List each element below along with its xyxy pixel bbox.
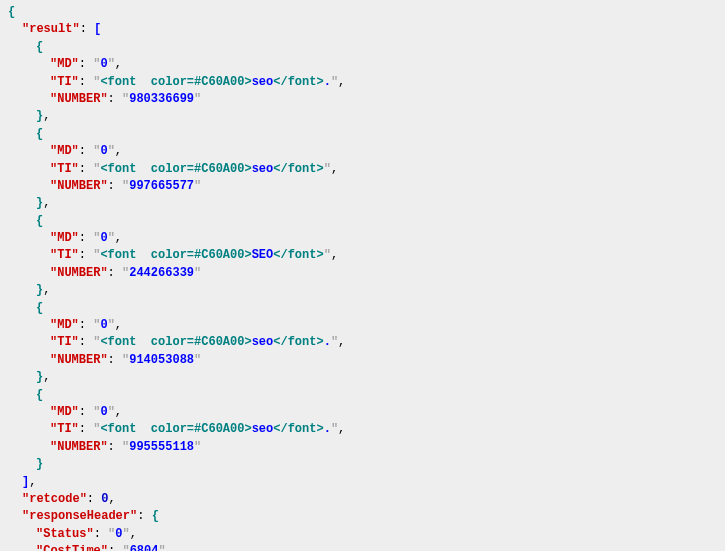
- item-close: },: [8, 108, 717, 125]
- item-md: "MD": "0",: [8, 143, 717, 160]
- item-md: "MD": "0",: [8, 230, 717, 247]
- item-ti: "TI": "<font color=#C60A00>seo</font>.",: [8, 421, 717, 438]
- item-close: }: [8, 456, 717, 473]
- retcode-line: "retcode": 0,: [8, 491, 717, 508]
- item-number: "NUMBER": "997665577": [8, 178, 717, 195]
- item-open: {: [8, 387, 717, 404]
- responseheader-open: "responseHeader": {: [8, 508, 717, 525]
- result-close: ],: [8, 474, 717, 491]
- item-open: {: [8, 213, 717, 230]
- item-md: "MD": "0",: [8, 404, 717, 421]
- item-number: "NUMBER": "244266339": [8, 265, 717, 282]
- rh-status: "Status": "0",: [8, 526, 717, 543]
- item-close: },: [8, 369, 717, 386]
- item-close: },: [8, 282, 717, 299]
- result-items: {"MD": "0","TI": "<font color=#C60A00>se…: [8, 39, 717, 474]
- item-md: "MD": "0",: [8, 56, 717, 73]
- item-ti: "TI": "<font color=#C60A00>seo</font>",: [8, 161, 717, 178]
- rh-costtime: "CostTime": "6804",: [8, 543, 717, 551]
- item-ti: "TI": "<font color=#C60A00>seo</font>.",: [8, 74, 717, 91]
- item-ti: "TI": "<font color=#C60A00>SEO</font>",: [8, 247, 717, 264]
- item-number: "NUMBER": "914053088": [8, 352, 717, 369]
- item-close: },: [8, 195, 717, 212]
- brace-open: {: [8, 4, 717, 21]
- item-open: {: [8, 300, 717, 317]
- item-open: {: [8, 39, 717, 56]
- item-number: "NUMBER": "995555118": [8, 439, 717, 456]
- item-open: {: [8, 126, 717, 143]
- result-key-line: "result": [: [8, 21, 717, 38]
- item-md: "MD": "0",: [8, 317, 717, 334]
- item-ti: "TI": "<font color=#C60A00>seo</font>.",: [8, 334, 717, 351]
- json-viewer: { "result": [ {"MD": "0","TI": "<font co…: [8, 4, 717, 551]
- item-number: "NUMBER": "980336699": [8, 91, 717, 108]
